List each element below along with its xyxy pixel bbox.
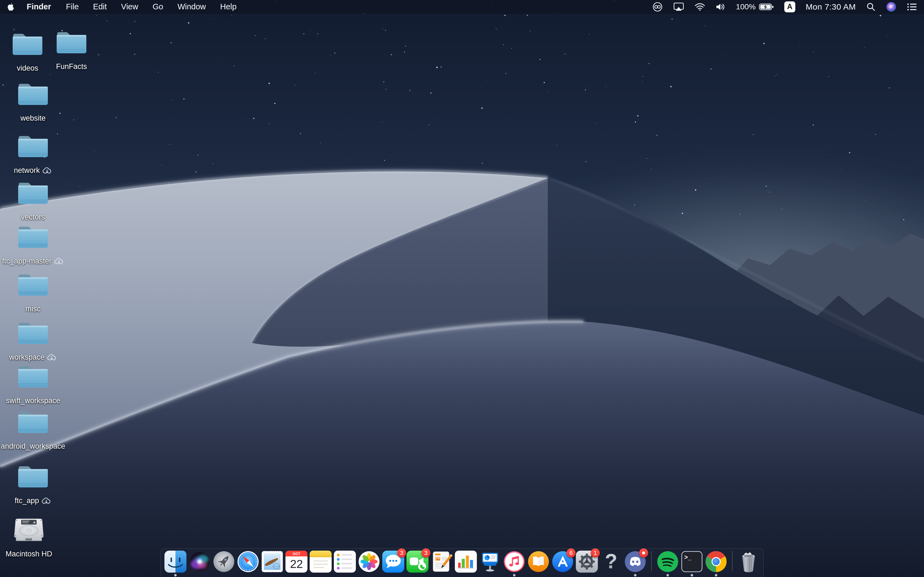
running-indicator [715,574,717,577]
dock-separator [651,551,652,571]
dock-item-spotify[interactable] [657,551,679,572]
folder-icon [16,320,50,346]
desktop-item-label: misc [25,305,41,314]
trash-icon [738,551,759,572]
desktop-item-misc[interactable]: misc [0,271,66,314]
wifi-icon[interactable] [695,3,705,11]
running-indicator [667,574,669,577]
dock-item-mail[interactable] [261,551,283,572]
icloud-download-icon [53,258,64,265]
dock-item-terminal[interactable]: >_ [681,551,703,572]
dock-item-facetime[interactable]: 3 [407,551,428,572]
desktop-item-network[interactable]: network [0,133,66,175]
desktop-item-macintosh-hd[interactable]: Macintosh HD [0,517,62,559]
calendar-month: OCT [292,552,300,556]
desktop-item-android-workspace[interactable]: android_workspace [0,409,66,451]
desktop-item-funfacts[interactable]: FunFacts [39,29,105,71]
volume-icon[interactable] [716,2,725,11]
dock-item-safari[interactable] [237,551,259,572]
siri-dock-icon [189,551,211,572]
terminal-icon: >_ [681,551,703,572]
running-indicator [513,574,515,577]
desktop-item-ftc-app[interactable]: ftc_app [0,463,66,506]
dock-item-finder[interactable] [165,551,186,572]
dock-item-messages[interactable]: 3 [382,551,404,572]
keynote-icon [479,551,501,572]
desktop-item-label: ftc_app-master [2,256,64,266]
desktop-item-label: videos [17,64,38,73]
itunes-icon [503,551,525,572]
notification-center-icon[interactable] [907,3,917,11]
launchpad-icon [213,551,235,572]
desktop-item-vectors[interactable]: vectors [0,180,66,222]
airplay-display-icon[interactable] [673,2,684,11]
pages-icon [431,551,453,572]
menu-go[interactable]: Go [153,2,163,11]
icloud-download-icon [41,497,52,505]
desktop: videos FunFacts website network vectors … [0,0,924,577]
dock-item-keynote[interactable] [479,551,501,572]
finder-icon [165,551,186,572]
battery-charging-icon [759,3,774,11]
menu-edit[interactable]: Edit [93,2,107,11]
desktop-item-swift-workspace[interactable]: swift_workspace [0,363,66,406]
dock-item-books[interactable] [527,551,549,572]
dock-item-notes[interactable] [310,551,332,572]
folder-icon [55,29,89,55]
desktop-item-label: ftc_app [15,496,52,506]
svg-text:>_: >_ [684,554,691,561]
photos-icon [358,551,380,572]
menu-help[interactable]: Help [220,2,237,11]
desktop-item-workspace[interactable]: workspace [0,320,66,362]
dock: OCT 22 3 3 6 [160,548,764,577]
spotlight-search-icon[interactable] [866,2,876,11]
notes-icon [310,551,332,572]
folder-icon [16,271,50,298]
battery-percentage: 100% [736,2,756,11]
folder-icon [16,224,50,250]
dock-item-calendar[interactable]: OCT 22 [286,551,307,572]
help-question-icon: ? [600,551,622,572]
desktop-item-label: vectors [21,213,45,222]
apple-menu-icon[interactable] [7,2,15,11]
creative-cloud-icon[interactable] [652,2,663,12]
dock-item-itunes[interactable] [503,551,525,572]
dock-item-numbers[interactable] [455,551,477,572]
notification-badge: 3 [397,548,406,558]
spotify-icon [657,551,679,572]
dock-item-chrome[interactable] [705,551,727,572]
dock-item-app-store[interactable]: 6 [552,551,573,572]
dock-item-discord[interactable] [624,551,646,572]
running-indicator [691,574,693,577]
dock-item-siri[interactable] [189,551,211,572]
dock-item-pages[interactable] [431,551,453,572]
siri-icon[interactable] [886,2,897,12]
desktop-item-label: website [20,114,46,123]
active-app-name[interactable]: Finder [27,2,51,11]
dock-item-launchpad[interactable] [213,551,235,572]
desktop-item-website[interactable]: website [0,81,66,123]
menu-bar-clock[interactable]: Mon 7:30 AM [806,2,856,11]
chrome-icon [705,551,727,572]
mail-icon [261,551,283,572]
dock-item-reminders[interactable] [334,551,356,572]
notification-badge: 1 [591,548,600,558]
running-indicator [174,574,177,577]
folder-icon [16,81,50,107]
input-source-menu[interactable]: A [784,2,795,12]
dock-item-system-preferences[interactable]: 1 [576,551,598,572]
battery-status[interactable]: 100% [736,2,774,11]
desktop-item-ftc-app-master[interactable]: ftc_app-master [0,224,66,266]
running-indicator [634,574,636,577]
icloud-download-icon [47,354,57,361]
menu-view[interactable]: View [121,2,138,11]
dock-item-photos[interactable] [358,551,380,572]
icloud-download-icon [42,167,52,174]
menu-file[interactable]: File [66,2,79,11]
folder-icon [16,463,50,490]
menu-window[interactable]: Window [178,2,206,11]
dock-separator [732,551,733,571]
dock-item-help[interactable]: ? [600,551,622,572]
desktop-item-label: workspace [9,353,57,362]
dock-item-trash[interactable] [738,551,759,572]
